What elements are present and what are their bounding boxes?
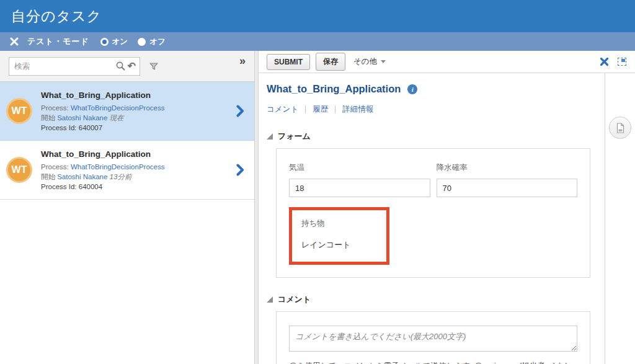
app-header: 自分のタスク [0, 0, 635, 32]
temperature-field: 気温 [289, 162, 430, 197]
comment-section-header[interactable]: コメント [267, 294, 605, 305]
task-detail-panel: SUBMIT 保存 その他 What_to_Bring_Application … [259, 51, 635, 364]
temperature-label: 気温 [289, 162, 430, 173]
document-icon [616, 123, 625, 133]
task-info: What_to_Bring_Application Process: WhatT… [41, 91, 248, 131]
process-link[interactable]: WhatToBringDecisionProcess [71, 104, 164, 112]
disclosure-triangle-icon [267, 296, 273, 303]
info-icon[interactable]: i [407, 84, 417, 94]
search-box: ↶ [9, 57, 140, 76]
process-label: Process: [41, 104, 69, 112]
started-label: 開始 [41, 114, 55, 122]
radio-on-icon[interactable] [100, 38, 109, 46]
belongings-value: レインコート [301, 239, 377, 251]
task-list-item[interactable]: WT What_to_Bring_Application Process: Wh… [0, 82, 254, 141]
tab-details[interactable]: 詳細情報 [342, 104, 373, 115]
comment-section-title: コメント [278, 294, 311, 305]
form-section-header[interactable]: フォーム [267, 131, 605, 142]
disclosure-triangle-icon [267, 133, 273, 140]
test-mode-off-option[interactable]: オフ [138, 37, 166, 47]
comment-textarea[interactable] [289, 326, 577, 352]
task-process-id-row: Process Id: 640004 [41, 183, 248, 190]
task-process-row: Process: WhatToBringDecisionProcess [41, 104, 248, 112]
detail-tabs: コメント 履歴 詳細情報 [267, 104, 605, 115]
radio-off-label: オフ [149, 37, 166, 47]
open-task-chevron-icon[interactable] [236, 164, 244, 176]
task-started-row: 開始 Satoshi Nakane 13分前 [41, 172, 248, 182]
process-id-value: 640007 [79, 124, 102, 131]
process-id-label: Process Id: [41, 183, 77, 190]
radio-on-label: オン [112, 37, 128, 47]
tab-separator [335, 105, 335, 113]
radio-dot [102, 40, 107, 44]
submit-button[interactable]: SUBMIT [267, 54, 310, 70]
tab-separator [305, 105, 306, 113]
search-icon[interactable] [116, 61, 125, 71]
task-detail-content: What_to_Bring_Application i コメント 履歴 詳細情報… [259, 73, 605, 364]
right-rail [605, 73, 635, 364]
task-title-row: What_to_Bring_Application i [267, 83, 605, 95]
tab-comments[interactable]: コメント [267, 104, 298, 115]
task-title: What_to_Bring_Application [41, 149, 248, 159]
comment-help-text: @を使用して、コメントを電子メールで送信します: @assignees (担当者… [289, 360, 577, 364]
temperature-input[interactable] [289, 179, 430, 197]
tab-history[interactable]: 履歴 [313, 104, 328, 115]
close-test-mode-icon[interactable] [10, 37, 19, 46]
started-by-link[interactable]: Satoshi Nakane [57, 114, 107, 122]
task-info: What_to_Bring_Application Process: WhatT… [41, 149, 248, 190]
radio-off-icon[interactable] [138, 38, 146, 46]
undo-icon[interactable]: ↶ [128, 61, 136, 71]
task-process-id-row: Process Id: 640007 [41, 124, 248, 131]
dropdown-caret-icon [381, 60, 386, 63]
test-mode-on-option[interactable]: オン [100, 37, 128, 47]
task-title: What_to_Bring_Application [41, 91, 248, 100]
task-detail-title: What_to_Bring_Application [267, 83, 401, 95]
avatar: WT [6, 98, 32, 124]
app: { "header": { "title": "自分のタスク" }, "test… [0, 0, 635, 364]
started-label: 開始 [41, 173, 55, 180]
attachments-button[interactable] [609, 117, 631, 139]
belongings-label: 持ち物 [301, 218, 377, 229]
precipitation-input[interactable] [437, 179, 578, 197]
form-section-title: フォーム [278, 131, 311, 142]
test-mode-bar: テスト・モード オン オフ [0, 32, 635, 51]
collapse-panel-icon[interactable]: » [239, 55, 246, 68]
task-detail-body: What_to_Bring_Application i コメント 履歴 詳細情報… [259, 73, 635, 364]
task-list-panel: ↶ » WT What_to_Bring_Application Process… [0, 51, 254, 364]
process-label: Process: [41, 163, 69, 171]
process-id-label: Process Id: [41, 124, 77, 131]
close-task-icon[interactable] [600, 57, 609, 66]
test-mode-label: テスト・モード [27, 36, 89, 47]
precipitation-field: 降水確率 [437, 162, 578, 197]
comment-panel: @を使用して、コメントを電子メールで送信します: @assignees (担当者… [276, 311, 590, 364]
task-list: WT What_to_Bring_Application Process: Wh… [0, 82, 254, 200]
form-panel: 気温 降水確率 持ち物 レインコート [276, 148, 590, 278]
form-fields-row: 気温 降水確率 [289, 162, 577, 197]
task-search-bar: ↶ » [0, 51, 254, 82]
highlighted-belongings-field: 持ち物 レインコート [289, 207, 389, 265]
task-list-item[interactable]: WT What_to_Bring_Application Process: Wh… [0, 141, 254, 200]
task-toolbar: SUBMIT 保存 その他 [259, 51, 635, 73]
other-menu-label: その他 [353, 56, 377, 67]
task-started-row: 開始 Satoshi Nakane 現在 [41, 113, 248, 123]
open-task-chevron-icon[interactable] [236, 105, 244, 117]
main-area: ↶ » WT What_to_Bring_Application Process… [0, 51, 635, 364]
started-when: 13分前 [110, 173, 132, 180]
precipitation-label: 降水確率 [437, 162, 578, 173]
search-input[interactable] [14, 62, 113, 71]
task-process-row: Process: WhatToBringDecisionProcess [41, 163, 248, 171]
avatar: WT [6, 157, 32, 183]
process-link[interactable]: WhatToBringDecisionProcess [71, 163, 164, 171]
process-id-value: 640004 [79, 183, 102, 190]
panel-splitter[interactable] [254, 51, 259, 364]
save-button[interactable]: 保存 [316, 53, 345, 71]
filter-icon[interactable] [149, 61, 159, 71]
started-when: 現在 [110, 114, 124, 122]
other-menu[interactable]: その他 [353, 56, 386, 67]
detach-icon[interactable] [618, 58, 626, 66]
started-by-link[interactable]: Satoshi Nakane [57, 173, 107, 180]
page-title: 自分のタスク [11, 7, 102, 26]
